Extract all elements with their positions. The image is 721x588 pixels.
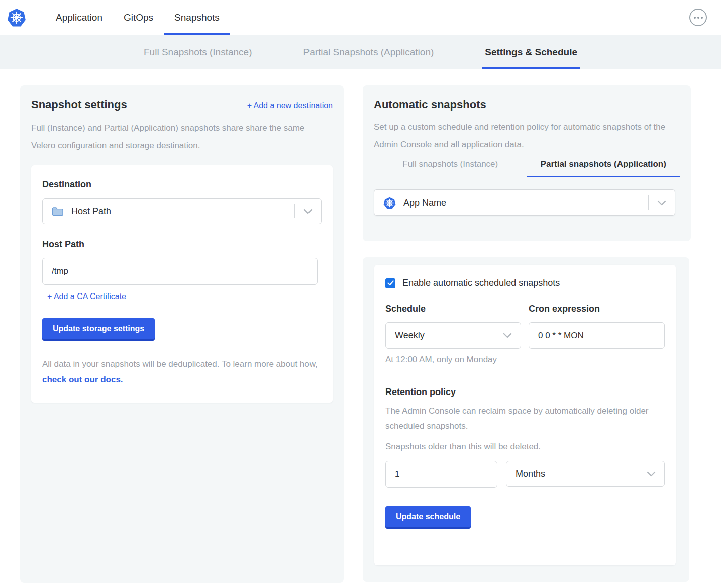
schedule-interval-select[interactable]: Weekly <box>385 322 521 349</box>
app-select[interactable]: App Name <box>374 189 675 216</box>
kubernetes-app-icon <box>383 197 396 209</box>
tab-settings-schedule[interactable]: Settings & Schedule <box>482 35 580 69</box>
chevron-down-icon <box>649 200 675 206</box>
automatic-snapshots-tabs: Full snapshots (Instance) Partial snapsh… <box>374 159 680 177</box>
tab-auto-full-snapshots[interactable]: Full snapshots (Instance) <box>374 159 527 177</box>
retention-value-input[interactable] <box>385 461 497 488</box>
dedupe-note: All data in your snapshots will be dedup… <box>42 356 322 387</box>
dedupe-text: All data in your snapshots will be dedup… <box>42 359 318 369</box>
overflow-menu-button[interactable] <box>689 9 707 26</box>
retention-policy-description: The Admin Console can reclaim space by a… <box>385 404 649 434</box>
add-destination-link[interactable]: + Add a new destination <box>247 101 333 110</box>
add-ca-certificate-link[interactable]: + Add a CA Certificate <box>47 292 126 301</box>
tab-auto-partial-snapshots[interactable]: Partial snapshots (Application) <box>527 159 680 177</box>
snapshot-settings-title: Snapshot settings <box>31 98 127 111</box>
cron-expression-input[interactable] <box>529 322 665 349</box>
snapshot-settings-card: Snapshot settings + Add a new destinatio… <box>20 85 344 583</box>
ellipsis-icon <box>694 17 703 19</box>
host-path-input[interactable] <box>42 258 318 285</box>
folder-icon <box>52 207 63 216</box>
cron-human-readable: At 12:00 AM, only on Monday <box>385 355 521 365</box>
destination-label: Destination <box>42 179 322 190</box>
tab-full-snapshots[interactable]: Full Snapshots (Instance) <box>141 35 255 69</box>
update-schedule-button[interactable]: Update schedule <box>385 506 471 527</box>
snapshot-settings-description: Full (Instance) and Partial (Application… <box>31 119 329 154</box>
retention-unit-select[interactable]: Months <box>506 461 665 487</box>
chevron-down-icon <box>494 333 521 338</box>
docs-link[interactable]: check out our docs. <box>42 375 123 384</box>
schedule-interval-value: Weekly <box>395 330 425 341</box>
host-path-label: Host Path <box>42 239 322 250</box>
destination-value: Host Path <box>71 206 111 217</box>
retention-hint: Snapshots older than this will be delete… <box>385 442 665 452</box>
nav-item-application[interactable]: Application <box>45 0 113 35</box>
destination-select[interactable]: Host Path <box>42 198 322 224</box>
enable-snapshots-label: Enable automatic scheduled snapshots <box>402 278 560 288</box>
nav-item-snapshots[interactable]: Snapshots <box>164 0 230 35</box>
checkmark-icon <box>387 280 394 286</box>
retention-policy-title: Retention policy <box>385 387 665 398</box>
top-nav: Application GitOps Snapshots <box>0 0 721 35</box>
chevron-down-icon <box>295 209 321 214</box>
cron-expression-label: Cron expression <box>529 304 665 314</box>
storage-settings-form: Destination Host Path Host Path + Add a … <box>31 165 333 403</box>
schedule-label: Schedule <box>385 304 521 314</box>
enable-snapshots-checkbox[interactable] <box>385 278 395 288</box>
tab-partial-snapshots[interactable]: Partial Snapshots (Application) <box>300 35 437 69</box>
automatic-snapshots-title: Automatic snapshots <box>374 98 680 111</box>
snapshots-settings-page: Application GitOps Snapshots Full Snapsh… <box>0 0 721 588</box>
retention-unit-value: Months <box>516 469 545 479</box>
update-storage-settings-button[interactable]: Update storage settings <box>42 318 155 339</box>
kubernetes-logo <box>7 0 26 35</box>
automatic-snapshots-description: Set up a custom schedule and retention p… <box>374 118 673 153</box>
nav-item-gitops[interactable]: GitOps <box>113 0 164 35</box>
app-select-value: App Name <box>403 198 446 208</box>
schedule-section: Enable automatic scheduled snapshots Sch… <box>363 257 689 582</box>
snapshots-subnav: Full Snapshots (Instance) Partial Snapsh… <box>0 35 721 69</box>
automatic-snapshots-card: Automatic snapshots Set up a custom sche… <box>363 85 691 241</box>
schedule-card: Enable automatic scheduled snapshots Sch… <box>374 265 676 565</box>
nav-spacer <box>230 0 689 35</box>
chevron-down-icon <box>638 471 664 477</box>
